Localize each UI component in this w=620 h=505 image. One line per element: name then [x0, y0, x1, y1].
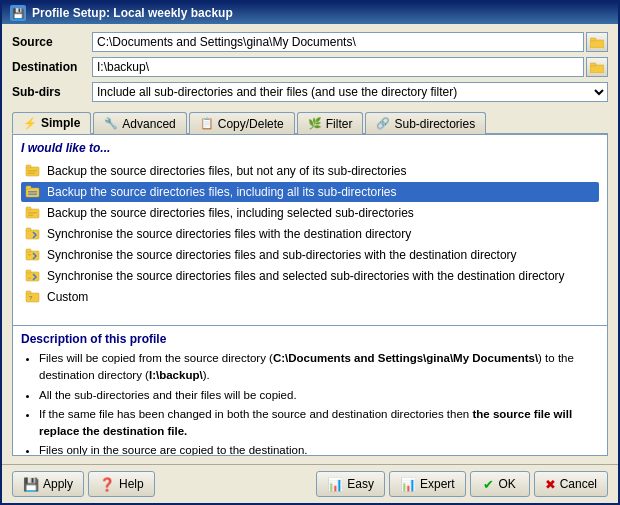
- option-4-icon: [25, 226, 41, 242]
- easy-label: Easy: [347, 477, 374, 491]
- option-1-text: Backup the source directories files, but…: [47, 164, 407, 178]
- tab-copy-delete[interactable]: 📋 Copy/Delete: [189, 112, 295, 134]
- svg-rect-23: [28, 278, 31, 280]
- easy-icon: 📊: [327, 477, 343, 492]
- destination-row: Destination: [12, 57, 608, 77]
- source-browse-button[interactable]: [586, 32, 608, 52]
- cancel-label: Cancel: [560, 477, 597, 491]
- source-label: Source: [12, 35, 92, 49]
- svg-rect-11: [28, 194, 37, 196]
- apply-label: Apply: [43, 477, 73, 491]
- copy-delete-tab-icon: 📋: [200, 117, 214, 130]
- easy-button[interactable]: 📊 Easy: [316, 471, 385, 497]
- svg-rect-9: [26, 186, 31, 189]
- content-area: Source Destination: [2, 24, 618, 464]
- ok-button[interactable]: ✔ OK: [470, 471, 530, 497]
- svg-rect-13: [26, 207, 31, 210]
- svg-rect-22: [26, 270, 31, 273]
- apply-icon: 💾: [23, 477, 39, 492]
- subdirs-select[interactable]: Include all sub-directories and their fi…: [92, 82, 608, 102]
- svg-rect-19: [26, 249, 31, 252]
- svg-rect-24: [26, 293, 39, 302]
- cancel-icon: ✖: [545, 477, 556, 492]
- description-panel: Description of this profile Files will b…: [13, 325, 607, 455]
- destination-input[interactable]: [92, 57, 584, 77]
- tab-copy-delete-label: Copy/Delete: [218, 117, 284, 131]
- destination-label: Destination: [12, 60, 92, 74]
- option-5-text: Synchronise the source directories files…: [47, 248, 517, 262]
- svg-rect-7: [28, 173, 35, 175]
- tab-filter-label: Filter: [326, 117, 353, 131]
- help-label: Help: [119, 477, 144, 491]
- filter-tab-icon: 🌿: [308, 117, 322, 130]
- destination-browse-button[interactable]: [586, 57, 608, 77]
- option-5-icon: [25, 247, 41, 263]
- option-2-text: Backup the source directories files, inc…: [47, 185, 397, 199]
- option-2-icon: [25, 184, 41, 200]
- svg-rect-5: [26, 165, 31, 168]
- subdirs-select-wrap: Include all sub-directories and their fi…: [92, 82, 608, 102]
- main-panel: I would like to... Backup the source dir…: [12, 134, 608, 456]
- subdirs-row: Sub-dirs Include all sub-directories and…: [12, 82, 608, 102]
- desc-line-3: If the same file has been changed in bot…: [39, 406, 599, 441]
- option-3-text: Backup the source directories files, inc…: [47, 206, 414, 220]
- destination-input-wrap: [92, 57, 608, 77]
- apply-button[interactable]: 💾 Apply: [12, 471, 84, 497]
- svg-rect-3: [590, 63, 596, 66]
- tab-subdirectories[interactable]: 🔗 Sub-directories: [365, 112, 486, 134]
- subdirectories-tab-icon: 🔗: [376, 117, 390, 130]
- expert-icon: 📊: [400, 477, 416, 492]
- window-title: Profile Setup: Local weekly backup: [32, 6, 233, 20]
- option-item-5[interactable]: Synchronise the source directories files…: [21, 245, 599, 265]
- svg-rect-15: [28, 215, 33, 217]
- desc-line-1: Files will be copied from the source dir…: [39, 350, 599, 385]
- options-panel: I would like to... Backup the source dir…: [13, 135, 607, 325]
- options-title: I would like to...: [21, 141, 599, 155]
- option-item-4[interactable]: Synchronise the source directories files…: [21, 224, 599, 244]
- svg-rect-10: [28, 191, 37, 193]
- svg-rect-18: [26, 251, 39, 260]
- tab-filter[interactable]: 🌿 Filter: [297, 112, 364, 134]
- svg-rect-1: [590, 38, 596, 41]
- tab-advanced[interactable]: 🔧 Advanced: [93, 112, 186, 134]
- svg-rect-20: [28, 254, 31, 256]
- option-item-2[interactable]: Backup the source directories files, inc…: [21, 182, 599, 202]
- tab-simple-label: Simple: [41, 116, 80, 130]
- option-item-1[interactable]: Backup the source directories files, but…: [21, 161, 599, 181]
- tab-advanced-label: Advanced: [122, 117, 175, 131]
- ok-icon: ✔: [483, 477, 494, 492]
- option-1-icon: [25, 163, 41, 179]
- expert-button[interactable]: 📊 Expert: [389, 471, 466, 497]
- footer: 💾 Apply ❓ Help 📊 Easy 📊 Expert ✔ OK ✖ Ca…: [2, 464, 618, 503]
- simple-tab-icon: ⚡: [23, 117, 37, 130]
- tab-simple[interactable]: ⚡ Simple: [12, 112, 91, 134]
- svg-rect-21: [26, 272, 39, 281]
- folder-browse-icon: [590, 37, 604, 48]
- description-body: Files will be copied from the source dir…: [21, 350, 599, 455]
- cancel-button[interactable]: ✖ Cancel: [534, 471, 608, 497]
- option-6-icon: [25, 268, 41, 284]
- option-6-text: Synchronise the source directories files…: [47, 269, 565, 283]
- description-title: Description of this profile: [21, 332, 599, 346]
- option-item-3[interactable]: Backup the source directories files, inc…: [21, 203, 599, 223]
- svg-rect-25: [26, 291, 31, 294]
- help-icon: ❓: [99, 477, 115, 492]
- option-item-6[interactable]: Synchronise the source directories files…: [21, 266, 599, 286]
- folder-browse-icon2: [590, 62, 604, 73]
- option-4-text: Synchronise the source directories files…: [47, 227, 411, 241]
- svg-rect-17: [26, 228, 31, 231]
- main-window: 💾 Profile Setup: Local weekly backup Sou…: [0, 0, 620, 505]
- window-icon: 💾: [10, 5, 26, 21]
- ok-label: OK: [498, 477, 515, 491]
- help-button[interactable]: ❓ Help: [88, 471, 155, 497]
- desc-line-2: All the sub-directories and their files …: [39, 387, 599, 404]
- option-item-7[interactable]: ? Custom: [21, 287, 599, 307]
- svg-rect-16: [26, 230, 39, 239]
- source-input-wrap: [92, 32, 608, 52]
- tabs-bar: ⚡ Simple 🔧 Advanced 📋 Copy/Delete 🌿 Filt…: [12, 111, 608, 134]
- desc-line-4: Files only in the source are copied to t…: [39, 442, 599, 455]
- tab-subdirectories-label: Sub-directories: [394, 117, 475, 131]
- source-input[interactable]: [92, 32, 584, 52]
- expert-label: Expert: [420, 477, 455, 491]
- option-7-text: Custom: [47, 290, 88, 304]
